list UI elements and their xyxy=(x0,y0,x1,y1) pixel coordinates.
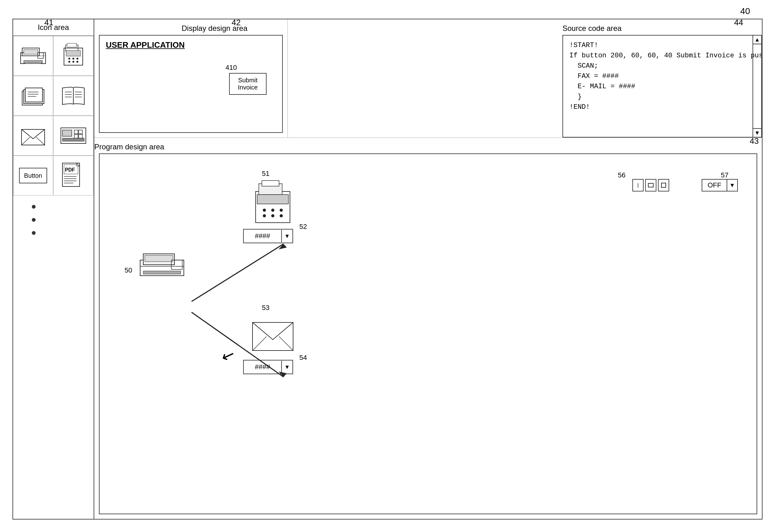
svg-rect-57 xyxy=(143,271,181,274)
scanner-device-icon xyxy=(137,248,187,285)
dropdown-54-arrow[interactable]: ▼ xyxy=(281,361,293,373)
scanner-svg-icon xyxy=(19,42,47,70)
dropdown-54[interactable]: #### ▼ xyxy=(243,360,293,374)
diagram-arrows xyxy=(99,154,757,514)
dot-1 xyxy=(32,205,36,209)
svg-point-66 xyxy=(280,214,283,217)
source-code-label: Source code area xyxy=(562,24,622,33)
widget-56-rect[interactable] xyxy=(645,179,656,191)
widget-56-group: | xyxy=(632,179,669,191)
pdf-svg-icon: PDF xyxy=(59,162,87,190)
svg-line-48 xyxy=(191,244,284,301)
dropdown-54-box[interactable]: #### ▼ xyxy=(243,360,293,374)
off-dropdown-arrow[interactable]: ▼ xyxy=(727,179,738,191)
mail-icon-cell[interactable] xyxy=(13,116,53,156)
device-icon-cell[interactable] xyxy=(53,116,93,156)
svg-rect-9 xyxy=(66,51,80,56)
dropdown-52-arrow[interactable]: ▼ xyxy=(281,230,293,242)
svg-text:PDF: PDF xyxy=(65,167,75,172)
svg-point-10 xyxy=(68,58,70,60)
device-51-fax xyxy=(250,179,296,230)
svg-point-63 xyxy=(280,209,283,212)
svg-point-64 xyxy=(263,214,266,217)
fax-icon-cell[interactable] xyxy=(53,36,93,76)
widget-57-group: OFF ▼ xyxy=(702,179,738,191)
submit-invoice-button[interactable]: Submit Invoice xyxy=(229,73,267,95)
reference-number-50: 50 xyxy=(124,266,132,274)
icon-grid: Button PDF xyxy=(13,36,94,196)
svg-point-14 xyxy=(72,61,74,63)
scrollbar[interactable]: ▲ ▼ xyxy=(753,36,761,137)
source-code-box: !START! If button 200, 60, 60, 40 Submit… xyxy=(562,35,762,138)
widget-56-square-icon xyxy=(661,182,667,188)
button-widget[interactable]: Button xyxy=(19,168,47,183)
device-53-mail xyxy=(250,316,296,355)
user-application-title: USER APPLICATION xyxy=(99,36,282,55)
icon-area-title: Icon area xyxy=(13,19,94,36)
dot-2 xyxy=(32,218,36,222)
svg-rect-2 xyxy=(24,50,38,54)
source-code-area: Source code area !START! If button 200, … xyxy=(288,19,762,138)
paper-svg-icon xyxy=(19,82,47,110)
more-items-indicator xyxy=(13,196,94,235)
program-design-area: Program design area xyxy=(94,138,762,519)
reference-number-40: 40 xyxy=(740,6,750,16)
paper-icon-cell[interactable] xyxy=(13,76,53,116)
scroll-up-button[interactable]: ▲ xyxy=(753,36,762,44)
display-inner-box: USER APPLICATION 410 Submit Invoice xyxy=(99,35,283,133)
device-svg-icon xyxy=(59,122,87,150)
button-icon-cell[interactable]: Button xyxy=(13,156,53,196)
diagram-container: 50 xyxy=(99,154,757,514)
svg-rect-54 xyxy=(145,255,173,262)
svg-point-65 xyxy=(271,214,274,217)
fax-device-icon xyxy=(250,179,296,229)
main-container: 41 Icon area xyxy=(12,19,763,520)
source-code-content: !START! If button 200, 60, 60, 40 Submit… xyxy=(563,36,761,117)
svg-rect-34 xyxy=(62,130,72,136)
mail-device-icon xyxy=(250,316,296,354)
svg-rect-16 xyxy=(67,43,76,47)
scroll-down-button[interactable]: ▼ xyxy=(753,128,762,137)
reference-number-56: 56 xyxy=(618,171,626,179)
pdf-icon-cell[interactable]: PDF xyxy=(53,156,93,196)
dropdown-52[interactable]: #### ▼ xyxy=(243,229,293,243)
reference-number-54: 54 xyxy=(299,354,307,362)
off-button[interactable]: OFF xyxy=(702,179,727,191)
display-design-label: Display design area xyxy=(181,24,248,33)
svg-rect-60 xyxy=(257,195,288,204)
svg-rect-5 xyxy=(24,60,42,63)
reference-number-51: 51 xyxy=(262,170,269,178)
widget-56-line[interactable]: | xyxy=(632,179,644,191)
fax-svg-icon xyxy=(59,42,87,70)
reference-number-410: 410 xyxy=(225,64,237,72)
icon-area: Icon area xyxy=(13,19,94,519)
svg-rect-19 xyxy=(25,88,42,102)
book-svg-icon xyxy=(59,82,87,110)
svg-rect-67 xyxy=(262,181,279,186)
reference-number-53: 53 xyxy=(262,304,269,312)
mail-svg-icon xyxy=(19,122,47,150)
device-50-scanner xyxy=(137,248,187,286)
scanner-icon-cell[interactable] xyxy=(13,36,53,76)
svg-rect-71 xyxy=(648,183,653,187)
svg-point-11 xyxy=(72,58,74,60)
program-design-label: Program design area xyxy=(94,143,164,151)
display-design-area: Display design area USER APPLICATION 410… xyxy=(94,19,288,138)
svg-rect-30 xyxy=(22,129,45,145)
book-icon-cell[interactable] xyxy=(53,76,93,116)
svg-point-12 xyxy=(76,58,78,60)
dropdown-52-text: #### xyxy=(244,230,281,243)
widget-56-square[interactable] xyxy=(658,179,669,191)
widget-56-rect-icon xyxy=(648,182,654,188)
svg-rect-68 xyxy=(253,322,293,351)
svg-rect-6 xyxy=(25,63,41,64)
reference-number-52: 52 xyxy=(299,223,307,231)
svg-point-62 xyxy=(271,209,274,212)
arrow-indicator: ↗ xyxy=(219,346,237,367)
svg-rect-39 xyxy=(62,138,84,141)
dropdown-52-box[interactable]: #### ▼ xyxy=(243,229,293,243)
reference-number-57: 57 xyxy=(721,171,729,179)
svg-point-61 xyxy=(263,209,266,212)
dropdown-54-text: #### xyxy=(244,360,281,374)
dot-3 xyxy=(32,231,36,235)
